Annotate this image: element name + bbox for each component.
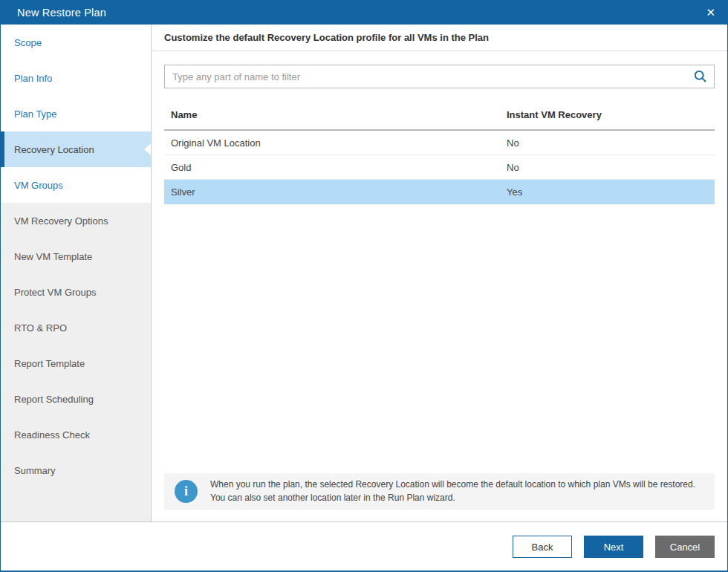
cell-name: Silver [164,186,500,198]
back-button[interactable]: Back [513,536,572,558]
step-label: VM Recovery Options [14,215,108,227]
cell-instant-vm-recovery: No [500,162,715,173]
step-label: Plan Type [14,108,57,120]
step-label: Summary [14,465,56,476]
dialog-footer: Back Next Cancel [1,521,727,571]
sidebar-item-report-scheduling[interactable]: Report Scheduling [1,381,151,417]
sidebar-item-recovery-location[interactable]: Recovery Location [1,131,151,167]
step-label: RTO & RPO [14,322,67,334]
search-icon[interactable] [693,69,708,87]
sidebar-item-plan-info[interactable]: Plan Info [1,60,151,96]
info-icon: i [175,480,198,503]
step-label: Recovery Location [14,144,94,155]
cancel-button[interactable]: Cancel [655,536,715,558]
step-label: Plan Info [14,73,52,84]
sidebar-item-new-vm-template[interactable]: New VM Template [1,238,151,274]
recovery-location-table: Name Instant VM Recovery Original VM Loc… [164,100,715,204]
window-title: New Restore Plan [17,7,106,19]
sidebar-item-rto-rpo[interactable]: RTO & RPO [1,310,151,345]
sidebar-item-summary[interactable]: Summary [1,452,151,488]
step-label: New VM Template [14,251,92,262]
new-restore-plan-dialog: New Restore Plan ✕ Scope Plan Info Plan … [0,0,728,572]
cell-name: Original VM Location [164,137,500,149]
dialog-body: Scope Plan Info Plan Type Recovery Locat… [1,25,727,521]
sidebar-item-vm-recovery-options[interactable]: VM Recovery Options [1,203,151,238]
filter-bar [164,65,715,88]
cell-instant-vm-recovery: No [500,137,715,149]
next-button[interactable]: Next [584,536,643,558]
filter-input[interactable] [164,65,715,88]
titlebar: New Restore Plan ✕ [1,0,727,25]
wizard-steps-sidebar: Scope Plan Info Plan Type Recovery Locat… [1,25,152,521]
sidebar-item-plan-type[interactable]: Plan Type [1,96,151,131]
table-header-row: Name Instant VM Recovery [164,100,715,131]
close-icon[interactable]: ✕ [706,7,715,18]
sidebar-item-report-template[interactable]: Report Template [1,345,151,381]
sidebar-item-scope[interactable]: Scope [1,25,151,60]
step-label: VM Groups [14,180,63,191]
table-row-silver[interactable]: Silver Yes [164,180,715,204]
step-label: Readiness Check [14,429,90,441]
table-row-original-vm-location[interactable]: Original VM Location No [164,131,715,155]
column-header-instant-vm-recovery[interactable]: Instant VM Recovery [500,109,715,120]
sidebar-filler [1,488,151,521]
cell-instant-vm-recovery: Yes [500,186,715,198]
step-label: Protect VM Groups [14,287,97,298]
cell-name: Gold [164,162,500,173]
sidebar-item-readiness-check[interactable]: Readiness Check [1,417,151,452]
sidebar-item-protect-vm-groups[interactable]: Protect VM Groups [1,274,151,310]
info-note-text: When you run the plan, the selected Reco… [210,478,704,505]
sidebar-item-vm-groups[interactable]: VM Groups [1,167,151,203]
table-rows: Original VM Location No Gold No Silver Y… [164,131,715,204]
page-title: Customize the default Recovery Location … [152,25,727,51]
step-label: Report Scheduling [14,394,94,405]
step-label: Report Template [14,358,85,369]
content-pane: Customize the default Recovery Location … [152,25,727,521]
step-label: Scope [14,37,42,48]
info-note: i When you run the plan, the selected Re… [164,473,715,510]
column-header-name[interactable]: Name [164,109,500,120]
table-row-gold[interactable]: Gold No [164,155,715,180]
content-inner: Name Instant VM Recovery Original VM Loc… [152,51,727,521]
